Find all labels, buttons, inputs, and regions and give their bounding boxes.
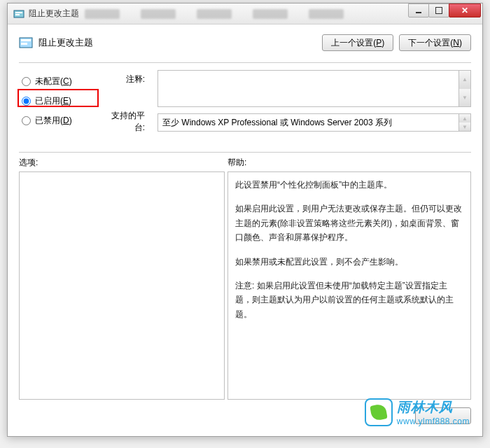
next-setting-button[interactable]: 下一个设置(N) bbox=[399, 34, 471, 51]
help-text: 如果启用此设置，则用户无法更改或保存主题。但仍可以更改主题的元素(除非设置策略将… bbox=[235, 202, 463, 244]
comment-scroll-down[interactable]: ▼ bbox=[459, 89, 470, 107]
minimize-button[interactable] bbox=[408, 4, 429, 18]
radio-not-configured[interactable]: 未配置(C) bbox=[19, 73, 96, 90]
policy-icon bbox=[19, 36, 33, 49]
platform-scroll-down[interactable]: ▼ bbox=[459, 122, 470, 131]
window-controls bbox=[409, 4, 481, 19]
svg-rect-4 bbox=[21, 39, 31, 41]
page-title: 阻止更改主题 bbox=[38, 36, 316, 49]
watermark: 雨林木风 www.ylmf888.com bbox=[365, 398, 470, 426]
titlebar: 阻止更改主题 bbox=[8, 4, 482, 24]
watermark-icon bbox=[365, 398, 393, 426]
maximize-button[interactable] bbox=[428, 4, 449, 18]
svg-rect-1 bbox=[15, 12, 22, 13]
radio-enabled[interactable]: 已启用(E) bbox=[19, 92, 96, 109]
radio-disabled[interactable]: 已禁用(D) bbox=[19, 112, 96, 129]
help-text: 注意: 如果启用此设置但未使用“加载特定主题”设置指定主题，则主题默认为用户以前… bbox=[235, 279, 463, 321]
help-text: 此设置禁用“个性化控制面板”中的主题库。 bbox=[235, 178, 463, 192]
platform-scroll-up[interactable]: ▲ bbox=[459, 114, 470, 122]
comment-scroll-up[interactable]: ▲ bbox=[459, 71, 470, 89]
watermark-url: www.ylmf888.com bbox=[397, 416, 470, 426]
help-header: 帮助: bbox=[227, 157, 246, 169]
watermark-name: 雨林木风 bbox=[397, 398, 470, 416]
help-text: 如果禁用或未配置此设置，则不会产生影响。 bbox=[235, 255, 463, 269]
svg-rect-5 bbox=[21, 43, 27, 45]
policy-icon bbox=[13, 8, 24, 20]
titlebar-blur-bg bbox=[85, 6, 398, 22]
svg-rect-2 bbox=[15, 14, 20, 15]
comment-textarea[interactable] bbox=[158, 70, 459, 107]
options-header: 选项: bbox=[19, 157, 227, 169]
prev-setting-button[interactable]: 上一个设置(P) bbox=[322, 34, 393, 51]
options-panel bbox=[19, 172, 225, 400]
help-panel: 此设置禁用“个性化控制面板”中的主题库。 如果启用此设置，则用户无法更改或保存主… bbox=[227, 172, 471, 400]
supported-label: 支持的平台: bbox=[104, 110, 145, 134]
close-button[interactable] bbox=[449, 4, 481, 18]
supported-platform-box: 至少 Windows XP Professional 或 Windows Ser… bbox=[158, 113, 459, 132]
comment-label: 注释: bbox=[104, 73, 145, 110]
